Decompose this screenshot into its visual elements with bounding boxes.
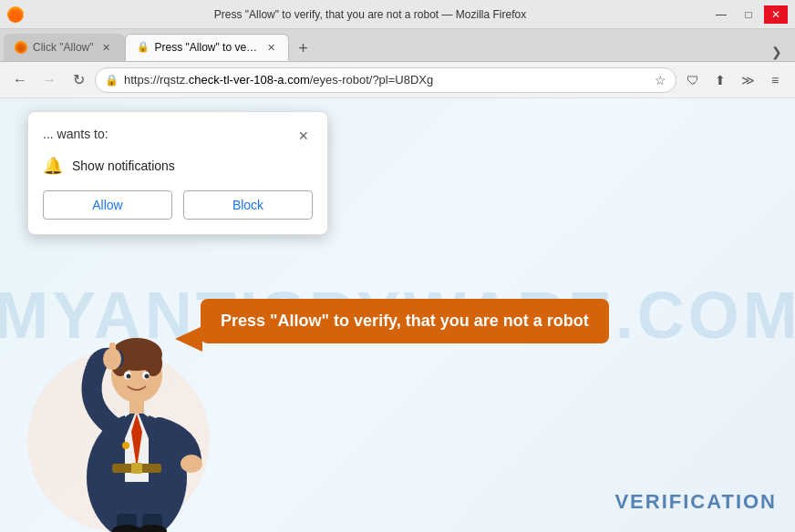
lock-icon: 🔒 [105,74,119,87]
tab-2-label: Press "Allow" to verify, that [155,41,260,54]
title-bar-text: Press "Allow" to verify, that you are no… [31,8,709,21]
new-tab-button[interactable]: + [291,36,316,61]
svg-rect-22 [131,463,142,474]
tab-2-close-button[interactable]: ✕ [265,40,277,55]
firefox-logo-icon [7,6,24,23]
refresh-button[interactable]: ↻ [66,67,91,93]
minimize-button[interactable]: — [709,5,733,24]
allow-button[interactable]: Allow [43,190,172,220]
svg-point-23 [122,442,129,449]
svg-point-12 [127,374,131,379]
tab-1-favicon [15,41,27,54]
speech-bubble-text: Press "Allow" to verify, that you are no… [221,312,589,330]
title-bar: Press "Allow" to verify, that you are no… [0,0,795,29]
verification-label: VERIFICATION [614,490,777,514]
extensions-icon[interactable]: ≫ [735,67,760,93]
popup-close-button[interactable]: ✕ [294,127,313,145]
popup-notification-row: 🔔 Show notifications [43,156,313,176]
back-button[interactable]: ← [7,67,33,93]
share-icon[interactable]: ⬆ [707,67,733,93]
forward-button[interactable]: → [36,67,62,93]
nav-right-icons: 🛡 ⬆ ≫ ≡ [680,67,788,93]
menu-icon[interactable]: ≡ [762,67,788,93]
svg-point-13 [145,374,150,379]
close-button[interactable]: ✕ [764,5,788,24]
popup-notification-label: Show notifications [72,159,175,173]
nav-bar: ← → ↻ 🔒 https://rqstz.check-tl-ver-108-a… [0,62,795,98]
bookmark-star-icon[interactable]: ☆ [655,73,666,87]
bell-icon: 🔔 [43,156,63,176]
address-bar[interactable]: 🔒 https://rqstz.check-tl-ver-108-a.com/e… [95,67,676,93]
title-bar-controls: — □ ✕ [709,5,788,24]
tab-bar-end: ❯ [316,43,795,61]
popup-wants-to-text: ... wants to: [43,127,108,141]
popup-buttons: Allow Block [43,190,313,220]
person-illustration [55,268,219,532]
tab-2-favicon: 🔒 [137,41,150,54]
tab-bar: Click "Allow" ✕ 🔒 Press "Allow" to verif… [0,29,795,62]
maximize-button[interactable]: □ [737,5,760,24]
tab-1-close-button[interactable]: ✕ [99,40,114,55]
tab-list-chevron-icon[interactable]: ❯ [766,43,788,61]
shield-icon[interactable]: 🛡 [680,67,706,93]
notification-popup: ... wants to: ✕ 🔔 Show notifications All… [27,111,328,235]
popup-header: ... wants to: ✕ [43,127,313,145]
block-button[interactable]: Block [183,190,313,220]
tab-1-label: Click "Allow" [33,41,94,54]
tab-2[interactable]: 🔒 Press "Allow" to verify, that ✕ [125,34,289,61]
tab-1[interactable]: Click "Allow" ✕ [4,34,125,61]
speech-bubble: Press "Allow" to verify, that you are no… [201,299,609,343]
address-text: https://rqstz.check-tl-ver-108-a.com/eye… [124,73,433,87]
main-content: MYANTISPYWARE.COM ... wants to: ✕ 🔔 Show… [0,98,795,532]
svg-point-16 [181,455,202,473]
svg-rect-15 [109,343,116,363]
